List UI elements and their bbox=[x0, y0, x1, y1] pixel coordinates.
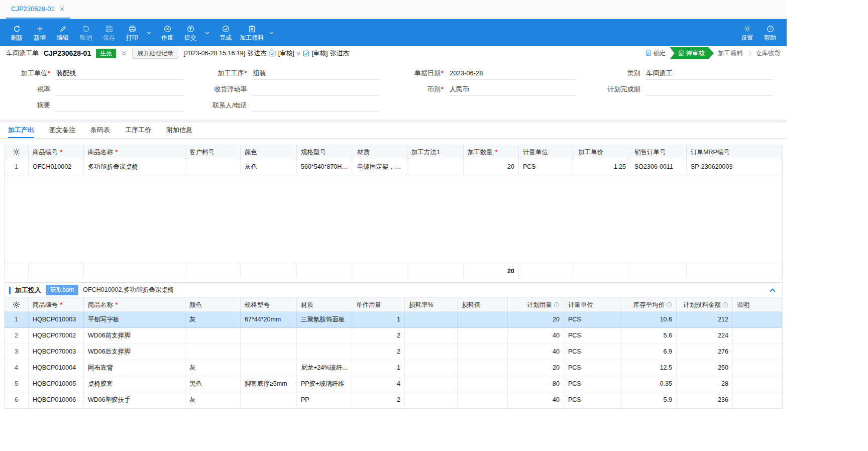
table-cell[interactable] bbox=[405, 312, 458, 328]
table-cell[interactable] bbox=[733, 392, 782, 408]
table-cell[interactable] bbox=[241, 392, 297, 408]
table-cell[interactable]: SO2306-0011 bbox=[630, 159, 687, 175]
table-cell[interactable]: 电镀固定架，电... bbox=[353, 159, 407, 175]
edit-button[interactable]: 编辑 bbox=[51, 19, 74, 46]
field-input[interactable] bbox=[252, 99, 380, 112]
table-cell[interactable]: 12.5 bbox=[620, 360, 677, 376]
table-cell[interactable]: 250 bbox=[677, 360, 733, 376]
table-cell[interactable] bbox=[733, 328, 782, 344]
table-cell[interactable] bbox=[733, 312, 782, 328]
table-cell[interactable]: 灰 bbox=[185, 392, 241, 408]
table-cell[interactable] bbox=[405, 392, 458, 408]
field-input[interactable] bbox=[252, 83, 380, 96]
table-cell[interactable]: 4 bbox=[352, 376, 405, 392]
table-cell[interactable]: 28 bbox=[677, 376, 733, 392]
table-cell[interactable]: 20 bbox=[508, 312, 564, 328]
table-cell[interactable] bbox=[185, 344, 241, 360]
table-cell[interactable]: 5.6 bbox=[620, 328, 677, 344]
detail-tab-3[interactable]: 条码表 bbox=[90, 123, 110, 138]
table-cell[interactable]: SP-230620003 bbox=[687, 159, 782, 175]
table-cell[interactable]: HQBCP010003 bbox=[29, 312, 84, 328]
table-cell[interactable]: 多功能折叠课桌椅 bbox=[84, 159, 185, 175]
table-cell[interactable]: 40 bbox=[508, 344, 564, 360]
new-button[interactable]: 新增 bbox=[28, 19, 51, 46]
table-cell[interactable]: 1 bbox=[352, 360, 405, 376]
table-cell[interactable]: PCS bbox=[564, 360, 620, 376]
table-cell[interactable]: 224 bbox=[677, 328, 733, 344]
row-number[interactable]: 4 bbox=[5, 360, 29, 376]
table-row[interactable]: 5HQBCP010005桌椅胶套黑色脚套底厚≥5mmPP胶+玻璃纤维480PCS… bbox=[5, 376, 782, 392]
table-cell[interactable]: WD06前支撑脚 bbox=[84, 328, 185, 344]
detail-tab-1[interactable]: 加工产出 bbox=[8, 123, 34, 138]
field-input[interactable]: 组装 bbox=[252, 67, 380, 80]
table-cell[interactable]: 黑色 bbox=[185, 376, 241, 392]
table-cell[interactable]: 236 bbox=[677, 392, 733, 408]
detail-tab-4[interactable]: 工序工价 bbox=[125, 123, 151, 138]
table-cell[interactable] bbox=[405, 360, 458, 376]
table-cell[interactable]: HQBCP070003 bbox=[29, 344, 84, 360]
table-row[interactable]: 6HQBCP010006WD06塑胶扶手灰PP240PCS5.9236 bbox=[5, 392, 782, 408]
help-button[interactable]: ?帮助 bbox=[758, 19, 782, 46]
table-cell[interactable]: 212 bbox=[677, 312, 733, 328]
table-cell[interactable]: WD06后支撑脚 bbox=[84, 344, 185, 360]
table-cell[interactable]: 0.35 bbox=[620, 376, 677, 392]
table-cell[interactable]: 平刨写字板 bbox=[84, 312, 185, 328]
table-cell[interactable] bbox=[297, 328, 352, 344]
row-number[interactable]: 1 bbox=[5, 312, 29, 328]
expand-records-button[interactable]: 展开处理记录 bbox=[132, 48, 178, 59]
table-cell[interactable]: 67*44*20mm bbox=[241, 312, 297, 328]
table-cell[interactable] bbox=[241, 360, 297, 376]
refresh-button[interactable]: 刷新 bbox=[5, 19, 28, 46]
table-cell[interactable] bbox=[405, 328, 458, 344]
table-cell[interactable]: 10.6 bbox=[620, 312, 677, 328]
table-cell[interactable]: 5.9 bbox=[620, 392, 677, 408]
table-cell[interactable] bbox=[297, 344, 352, 360]
table-cell[interactable]: 276 bbox=[677, 344, 733, 360]
table-cell[interactable]: PCS bbox=[564, 376, 620, 392]
table-cell[interactable] bbox=[407, 159, 464, 175]
column-settings-gear-icon[interactable] bbox=[5, 145, 29, 159]
table-cell[interactable]: 脚套底厚≥5mm bbox=[241, 376, 297, 392]
table-cell[interactable]: 80 bbox=[508, 376, 564, 392]
table-cell[interactable] bbox=[458, 360, 508, 376]
table-cell[interactable] bbox=[458, 376, 508, 392]
row-number[interactable]: 3 bbox=[5, 344, 29, 360]
field-input[interactable]: 2023-06-28 bbox=[449, 67, 576, 80]
table-cell[interactable]: 桌椅胶套 bbox=[84, 376, 185, 392]
field-input[interactable] bbox=[645, 83, 773, 96]
table-cell[interactable]: 1.25 bbox=[574, 159, 630, 175]
table-cell[interactable] bbox=[458, 328, 508, 344]
table-cell[interactable]: 2 bbox=[352, 392, 405, 408]
table-cell[interactable]: PCS bbox=[519, 159, 574, 175]
table-row[interactable]: 1OFCH010002多功能折叠课桌椅灰色560*540*870H ...电镀固… bbox=[5, 159, 782, 175]
collapse-section-icon[interactable] bbox=[770, 288, 775, 294]
row-number[interactable]: 1 bbox=[5, 159, 29, 175]
table-cell[interactable] bbox=[458, 344, 508, 360]
submit-dropdown-chevron-icon[interactable] bbox=[202, 19, 212, 46]
row-number[interactable]: 2 bbox=[5, 328, 29, 344]
print-dropdown-chevron-icon[interactable] bbox=[144, 19, 154, 46]
table-cell[interactable]: 灰 bbox=[185, 360, 241, 376]
table-cell[interactable]: HQBCP010004 bbox=[29, 360, 84, 376]
table-cell[interactable]: OFCH010002 bbox=[29, 159, 84, 175]
table-cell[interactable]: HQBCP010006 bbox=[29, 392, 84, 408]
table-cell[interactable]: PP胶+玻璃纤维 bbox=[297, 376, 352, 392]
table-cell[interactable]: 40 bbox=[508, 328, 564, 344]
table-cell[interactable]: 6.9 bbox=[620, 344, 677, 360]
table-cell[interactable] bbox=[458, 312, 508, 328]
table-cell[interactable]: PP bbox=[297, 392, 352, 408]
material-requisition-dropdown-chevron-icon[interactable] bbox=[266, 19, 277, 46]
double-chevron-down-icon[interactable] bbox=[121, 50, 127, 56]
table-cell[interactable]: 40 bbox=[508, 392, 564, 408]
table-cell[interactable]: 灰 bbox=[185, 312, 241, 328]
table-cell[interactable]: HQBCP070002 bbox=[29, 328, 84, 344]
table-row[interactable]: 2HQBCP070002WD06前支撑脚240PCS5.6224 bbox=[5, 328, 782, 344]
table-cell[interactable] bbox=[733, 360, 782, 376]
print-button[interactable]: 打印 bbox=[121, 19, 144, 46]
window-tab[interactable]: CJP230628-01 bbox=[6, 0, 70, 19]
table-row[interactable]: 1HQBCP010003平刨写字板灰67*44*20mm三聚氰胺饰面板120PC… bbox=[5, 312, 782, 328]
table-cell[interactable] bbox=[241, 344, 297, 360]
table-cell[interactable]: WD06塑胶扶手 bbox=[84, 392, 185, 408]
table-cell[interactable]: 灰色 bbox=[241, 159, 297, 175]
void-button[interactable]: 作废 bbox=[156, 19, 179, 46]
